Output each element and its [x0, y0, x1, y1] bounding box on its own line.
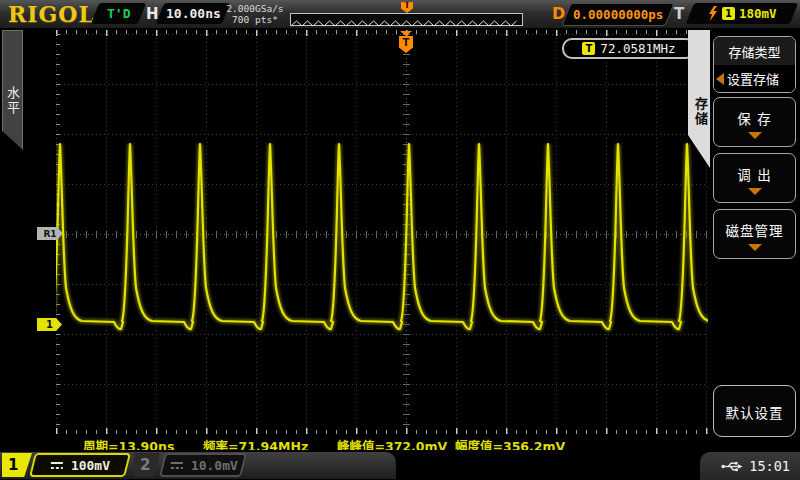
- rigol-logo: RIGOL: [8, 1, 95, 27]
- left-arrow-icon: [716, 73, 724, 85]
- down-arrow-icon: [748, 244, 762, 251]
- clock-time: 15:01: [749, 458, 790, 474]
- top-status-bar: RIGOL T'D H 10.00ns 2.000GSa/s 700 pts* …: [0, 0, 800, 28]
- down-arrow-icon: [748, 188, 762, 195]
- default-setup-label: 默认设置: [714, 402, 795, 422]
- menu-button-disk-manage[interactable]: 磁盘管理: [713, 209, 796, 259]
- counter-trigger-chip: T: [582, 42, 595, 55]
- menu-button-recall[interactable]: 调 出: [713, 153, 796, 203]
- down-arrow-icon: [748, 132, 762, 139]
- trigger-status-badge: T'D: [91, 3, 146, 24]
- menu-button-default-setup[interactable]: 默认设置: [713, 385, 796, 437]
- recall-label: 调 出: [714, 164, 795, 184]
- storage-menu-panel: 存储类型 设置存储 保 存 调 出 磁盘管理 默认设置: [710, 28, 800, 452]
- channel2-scale-box[interactable]: 10.0mV: [159, 453, 247, 477]
- timebase-badge: 10.00ns: [156, 3, 230, 24]
- trigger-position-marker[interactable]: T: [399, 31, 413, 53]
- oscilloscope-screen: RIGOL T'D H 10.00ns 2.000GSa/s 700 pts* …: [0, 0, 800, 480]
- tab-horizontal[interactable]: 水平: [2, 30, 23, 150]
- menu-item-storage-type[interactable]: 存储类型 设置存储: [713, 36, 796, 93]
- bottom-channel-bar: 1 100mV 2 10.0mV: [0, 450, 800, 480]
- memory-trigger-position-icon[interactable]: T: [401, 2, 413, 13]
- trigger-position-flag-icon: T: [399, 36, 413, 53]
- memory-waveform-icon: [291, 18, 520, 29]
- trigger-label: T: [674, 5, 684, 23]
- channel1-scale: 100mV: [71, 458, 110, 473]
- waveform-graticule: [56, 30, 708, 434]
- dc-coupling-icon: [169, 460, 185, 471]
- memory-points: 700 pts*: [226, 14, 284, 25]
- usb-icon: [721, 460, 743, 473]
- clock-panel: 15:01: [700, 452, 800, 480]
- waveform-trace-glow: [56, 144, 708, 329]
- save-label: 保 存: [714, 108, 795, 128]
- trigger-level-value: 180mV: [739, 6, 777, 21]
- trigger-position-arrow-icon: [400, 31, 412, 36]
- trigger-edge-icon: [708, 6, 718, 21]
- counter-frequency-value: 72.0581MHz: [600, 41, 675, 56]
- trigger-source-chip: 1: [722, 7, 735, 20]
- trigger-status-text: T'D: [107, 6, 130, 21]
- storage-type-value: 设置存储: [727, 69, 779, 88]
- grid-lines: [56, 32, 708, 434]
- menu-button-save[interactable]: 保 存: [713, 97, 796, 147]
- disk-manage-label: 磁盘管理: [714, 220, 795, 240]
- memory-depth-bar: [290, 13, 523, 26]
- sample-rate-block: 2.000GSa/s 700 pts*: [226, 3, 284, 25]
- sample-rate: 2.000GSa/s: [226, 3, 284, 14]
- channel2-scale: 10.0mV: [191, 458, 238, 473]
- dc-coupling-icon: [49, 460, 65, 471]
- channel1-scale-box[interactable]: 100mV: [29, 453, 131, 477]
- storage-type-label: 存储类型: [714, 37, 795, 65]
- trigger-delay-badge: 0.00000000ps: [561, 3, 674, 26]
- trigger-delay-value: 0.00000000ps: [573, 7, 663, 22]
- trigger-settings-badge: 1 180mV: [686, 3, 798, 24]
- frequency-counter-readout: T 72.0581MHz: [562, 38, 696, 59]
- timebase-value: 10.00ns: [166, 6, 221, 21]
